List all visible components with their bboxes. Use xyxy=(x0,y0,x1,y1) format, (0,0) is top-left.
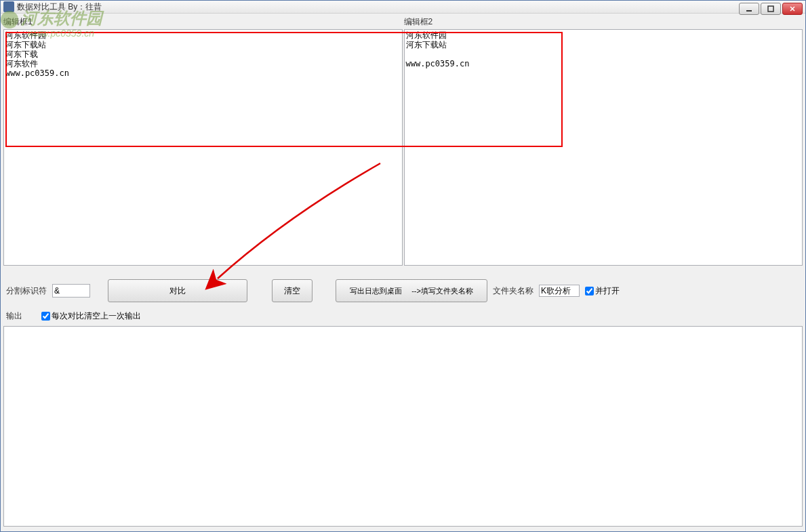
write-log-button[interactable]: 写出日志到桌面 -->填写文件夹名称 xyxy=(336,279,487,302)
clear-output-checkbox[interactable] xyxy=(41,312,50,321)
folder-input[interactable] xyxy=(539,285,580,297)
svg-rect-1 xyxy=(768,6,773,12)
open-checkbox[interactable] xyxy=(585,287,594,295)
window-title: 数据对比工具 By：往昔 xyxy=(17,1,102,13)
editor-group-1: 编辑框1 xyxy=(3,15,403,266)
app-window: 数据对比工具 By：往昔 编辑框1 编辑框2 xyxy=(0,0,806,532)
editor2-label: 编辑框2 xyxy=(404,15,803,29)
open-checkbox-wrap[interactable]: 并打开 xyxy=(585,285,620,297)
folder-label: 文件夹名称 xyxy=(493,285,533,297)
clear-output-checkbox-label: 每次对比清空上一次输出 xyxy=(52,310,141,322)
minimize-icon xyxy=(746,5,752,12)
clear-output-checkbox-wrap[interactable]: 每次对比清空上一次输出 xyxy=(41,310,141,322)
maximize-icon xyxy=(767,5,774,12)
titlebar[interactable]: 数据对比工具 By：往昔 xyxy=(1,1,805,14)
output-row: 输出 每次对比清空上一次输出 xyxy=(3,308,803,325)
output-area xyxy=(3,326,803,529)
delimiter-input[interactable] xyxy=(52,284,90,298)
editor-group-2: 编辑框2 xyxy=(404,15,803,266)
clear-button[interactable]: 清空 xyxy=(272,279,313,302)
svg-rect-0 xyxy=(746,10,752,12)
output-label: 输出 xyxy=(6,310,22,322)
controls-row: 分割标识符 对比 清空 写出日志到桌面 -->填写文件夹名称 文件夹名称 并打开 xyxy=(3,266,803,308)
editor1-label: 编辑框1 xyxy=(3,15,403,29)
editors-row: 编辑框1 编辑框2 xyxy=(3,15,803,266)
content-area: 编辑框1 编辑框2 分割标识符 对比 清空 写出日志到桌面 -->填写文件夹名称… xyxy=(1,14,805,531)
close-icon xyxy=(789,5,796,12)
delimiter-label: 分割标识符 xyxy=(6,285,47,297)
app-icon xyxy=(3,1,14,12)
compare-button[interactable]: 对比 xyxy=(108,279,247,302)
editor1-textarea[interactable] xyxy=(3,29,403,266)
open-checkbox-label: 并打开 xyxy=(595,285,620,297)
editor2-textarea[interactable] xyxy=(404,29,803,266)
output-textarea[interactable] xyxy=(3,326,803,527)
